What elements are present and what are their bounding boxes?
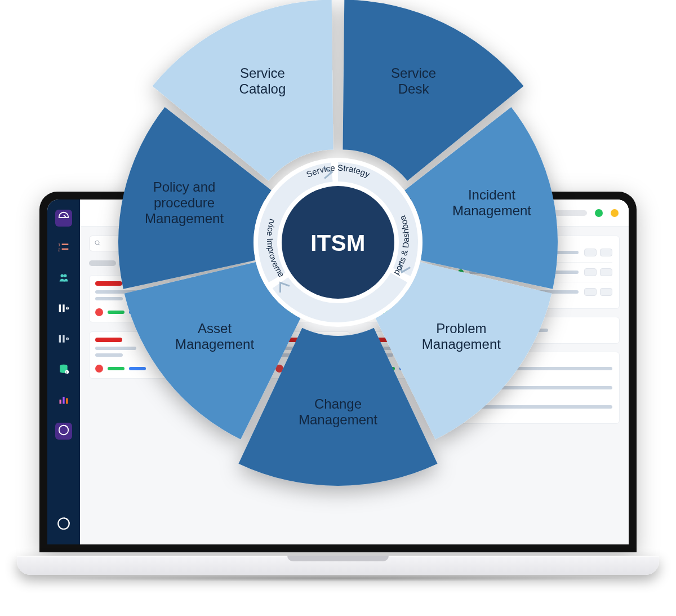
svg-point-5 [64,274,67,278]
sidebar-item-database[interactable]: i [55,362,72,379]
svg-rect-1 [62,243,69,245]
sidebar-item-problems[interactable]: ! [55,331,72,348]
sidebar-item-dashboard[interactable] [55,210,72,227]
status-dot-yellow [611,209,619,217]
svg-rect-19 [66,398,68,404]
segment-label-policy-procedure-management: Policy andprocedureManagement [145,179,224,226]
arc-gauge-icon [57,424,70,438]
database-icon: i [58,364,69,377]
alert-columns-alt-icon: ! [58,333,69,347]
status-dot-green [595,209,603,217]
sidebar-item-users[interactable] [55,271,72,287]
users-icon [57,272,70,286]
alert-columns-icon: ! [58,303,69,316]
numbered-list-icon: 12 [58,242,69,255]
svg-rect-6 [59,304,61,312]
center-title: ITSM [310,231,366,255]
gauge-icon [57,211,70,225]
itsm-wheel-diagram: ITSM Service Strategy Reports & Dashboar… [90,0,586,490]
segment-label-service-catalog: ServiceCatalog [239,65,286,96]
svg-rect-11 [63,335,64,342]
svg-point-4 [61,274,64,278]
sidebar-item-incidents[interactable]: ! [55,301,72,318]
laptop-shadow [39,575,637,582]
svg-rect-17 [60,400,61,404]
svg-rect-3 [62,249,69,250]
svg-text:!: ! [67,307,68,311]
sidebar-item-tasks[interactable]: 12 [55,240,72,257]
sidebar-item-reports[interactable] [55,392,72,409]
svg-text:2: 2 [58,247,60,252]
brand-logo-icon [55,515,72,532]
svg-rect-7 [63,304,64,312]
bar-chart-icon [58,394,69,407]
laptop-base [17,556,659,575]
svg-rect-18 [63,397,64,404]
svg-text:!: ! [67,337,68,341]
sidebar-item-settings[interactable] [55,423,72,440]
svg-rect-10 [59,335,61,342]
sidebar-nav: 12 ! ! [47,200,80,544]
svg-point-21 [58,518,69,529]
